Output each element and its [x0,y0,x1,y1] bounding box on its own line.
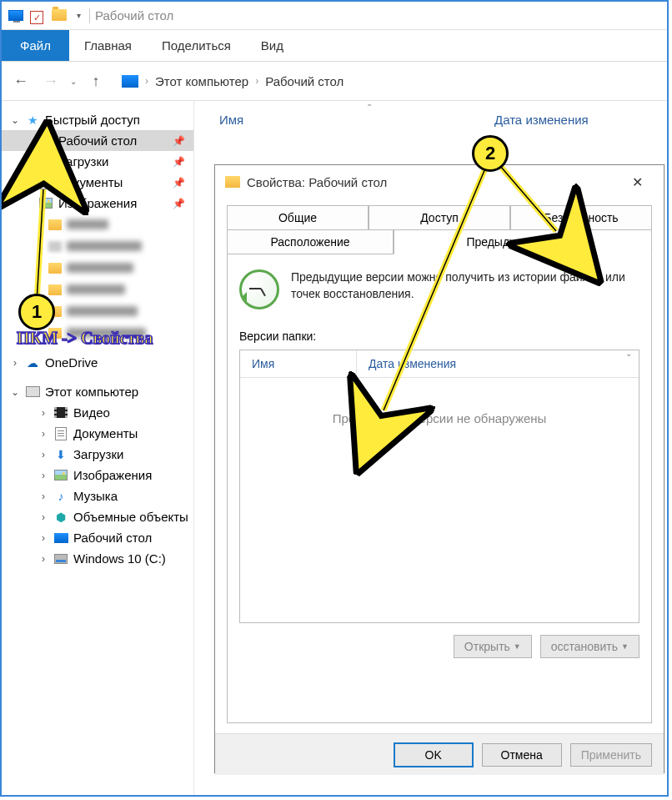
ribbon-tab-share[interactable]: Поделиться [147,30,246,61]
column-header-label: Дата изменения [494,113,589,127]
pin-icon: 📌 [173,135,185,147]
sidebar-item-downloads[interactable]: ⬇ Загрузки 📌 [2,151,193,172]
cloud-icon: ☁ [25,356,40,370]
folder-icon [52,9,68,23]
chevron-down-icon[interactable] [10,114,20,126]
sidebar-item-3dobjects[interactable]: ⬢ Объемные объекты [2,506,193,527]
breadcrumb[interactable]: › Этот компьютер › Рабочий стол [122,74,344,88]
qat-dropdown-icon[interactable]: ▾ [77,11,81,20]
versions-col-name[interactable]: Имя [240,350,357,377]
sidebar-item-documents[interactable]: Документы 📌 [2,172,193,193]
versions-label: Версии папки: [239,330,639,343]
sidebar-item-cdrive[interactable]: Windows 10 (C:) [2,548,193,569]
sidebar-item-label: Рабочий стол [73,531,152,545]
star-icon: ★ [25,113,40,127]
video-icon [53,406,68,420]
pin-icon: 📌 [173,156,185,168]
tab-security[interactable]: Безопасность [510,205,652,229]
document-icon [53,427,68,440]
chevron-right-icon[interactable] [38,428,48,440]
dialog-footer: OK Отмена Применить [215,733,664,775]
close-button[interactable]: ✕ [620,169,654,194]
ribbon: Файл Главная Поделиться Вид [2,30,667,62]
chevron-right-icon[interactable] [38,407,48,419]
sidebar-item-thispc[interactable]: Этот компьютер [2,381,193,402]
column-header-date[interactable]: Дата изменения [494,113,589,127]
ribbon-tab-view[interactable]: Вид [246,30,298,61]
chevron-right-icon[interactable] [38,553,48,565]
sidebar-item-desktop[interactable]: Рабочий стол 📌 [2,130,193,151]
desktop-icon [38,134,53,148]
sidebar-item-label: Видео [73,405,110,420]
breadcrumb-item-thispc[interactable]: Этот компьютер [155,74,248,88]
cancel-button[interactable]: Отмена [482,743,562,767]
chevron-right-icon: › [255,75,258,87]
sidebar-item-blurred[interactable] [2,279,193,300]
sidebar-item-downloads2[interactable]: ⬇ Загрузки [2,444,193,465]
folder-icon [225,176,240,188]
sidebar-item-documents2[interactable]: Документы [2,423,193,444]
sidebar-item-pictures2[interactable]: Изображения [2,465,193,486]
apply-button[interactable]: Применить [570,743,652,767]
nav-up-button[interactable]: ↑ [85,70,107,92]
tab-location[interactable]: Расположение [227,229,394,254]
sidebar-item-blurred[interactable] [2,214,193,235]
sidebar-item-label: Загрузки [58,154,108,169]
column-header-name[interactable]: Имя [219,113,461,127]
sidebar: ★ Быстрый доступ Рабочий стол 📌 ⬇ Загруз… [2,101,193,795]
picture-icon [53,469,68,482]
cube-icon: ⬢ [53,511,68,524]
tab-previous-versions[interactable]: Предыдущие версии [394,229,652,254]
restore-button[interactable]: осстановить▼ [540,635,639,658]
nav-back-button[interactable]: ← [10,70,32,92]
versions-col-date[interactable]: Дата изменения ⌄ [357,350,639,377]
sidebar-item-blurred[interactable] [2,235,193,257]
sidebar-item-desktop2[interactable]: Рабочий стол [2,527,193,548]
chevron-right-icon[interactable] [38,470,48,481]
ok-button[interactable]: OK [394,742,474,767]
versions-empty-message: Предыдущие версии не обнаружены [240,378,639,622]
sidebar-item-music[interactable]: ♪ Музыка [2,486,193,506]
ribbon-tab-file[interactable]: Файл [2,30,69,61]
titlebar: ✓ ▾ Рабочий стол [2,2,667,30]
tab-general[interactable]: Общие [227,205,369,229]
sidebar-item-blurred[interactable] [2,322,193,344]
separator [89,8,90,23]
chevron-right-icon[interactable] [10,357,20,369]
dialog-title: Свойства: Рабочий стол [247,175,387,189]
chevron-right-icon[interactable] [38,511,48,523]
window-title: Рабочий стол [95,8,173,23]
previous-versions-description: Предыдущие версии можно получить из исто… [291,269,639,309]
picture-icon [38,197,53,210]
ribbon-tab-home[interactable]: Главная [69,30,147,61]
chevron-right-icon[interactable] [38,449,48,460]
chevron-right-icon[interactable] [38,532,48,544]
chevron-down-icon[interactable] [10,386,20,398]
pc-icon [25,385,40,399]
sidebar-item-label: OneDrive [45,355,98,370]
sidebar-item-label: Windows 10 (C:) [73,551,166,566]
nav-history-dropdown[interactable]: ⌄ [70,77,77,86]
sort-indicator-icon: ⌃ [366,103,373,112]
sidebar-item-videos[interactable]: Видео [2,402,193,423]
sidebar-item-label: Изображения [73,468,152,482]
sidebar-item-onedrive[interactable]: ☁ OneDrive [2,352,193,373]
tab-sharing[interactable]: Доступ [369,205,510,229]
checkbox-icon[interactable]: ✓ [30,9,47,23]
sidebar-item-quick-access[interactable]: ★ Быстрый доступ [2,109,193,130]
chevron-right-icon[interactable] [38,491,48,502]
sidebar-item-blurred[interactable] [2,300,193,322]
breadcrumb-item-desktop[interactable]: Рабочий стол [265,74,344,88]
pin-icon: 📌 [173,177,185,189]
sidebar-item-pictures[interactable]: Изображения 📌 [2,193,193,214]
versions-listbox[interactable]: Имя Дата изменения ⌄ Предыдущие версии н… [239,350,639,623]
open-button[interactable]: Открыть▼ [454,635,532,658]
dialog-titlebar[interactable]: Свойства: Рабочий стол ✕ [215,165,664,199]
sidebar-item-blurred[interactable] [2,257,193,279]
desktop-icon [53,531,68,545]
restore-clock-icon [239,269,279,309]
sidebar-item-label: Загрузки [73,447,123,461]
nav-forward-button[interactable]: → [40,70,62,92]
column-headers: Имя Дата изменения [194,101,667,135]
sidebar-item-label: Документы [73,426,138,440]
